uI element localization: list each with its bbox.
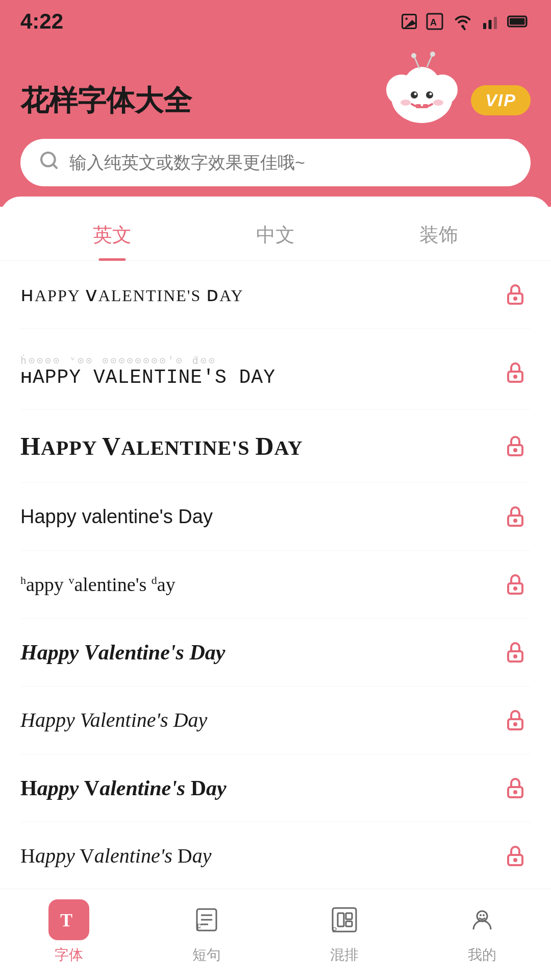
svg-text:A: A: [430, 17, 437, 28]
svg-point-36: [514, 587, 516, 590]
wifi-icon: [451, 12, 474, 31]
lock-icon-7: [500, 705, 531, 736]
svg-point-59: [480, 914, 482, 916]
image-icon: [400, 12, 418, 31]
mascot-figure: [381, 49, 463, 131]
svg-text:T: T: [60, 910, 72, 930]
font-text-3: HAPPY VALENTINE'S DAY: [20, 428, 500, 464]
svg-point-4: [461, 25, 464, 28]
nav-item-mine[interactable]: 我的: [462, 899, 503, 965]
font-item-3[interactable]: HAPPY VALENTINE'S DAY: [20, 410, 531, 483]
font-item-7[interactable]: Happy Valentine's Day: [20, 687, 531, 754]
status-bar: 4:22 A: [0, 0, 551, 39]
status-time: 4:22: [20, 9, 63, 34]
vip-badge[interactable]: VIP: [471, 85, 531, 115]
svg-point-32: [514, 449, 516, 451]
search-input[interactable]: [69, 153, 512, 173]
svg-rect-55: [346, 913, 352, 919]
font-list: ʜAPPY ᴠALENTINE'S ᴅAY ḣ⊙⊙⊙⊙ ᵛ⊙⊙ ⊙⊙⊙⊙⊙⊙⊙⊙…: [0, 261, 551, 958]
font-icon: A: [425, 12, 444, 31]
lock-icon-8: [500, 773, 531, 803]
lock-icon-3: [500, 431, 531, 461]
font-text-2: ʜAPPY VALENTINE'S DAY: [20, 364, 500, 391]
svg-rect-9: [510, 18, 525, 24]
font-text-5: happy valentine's day: [20, 571, 500, 598]
header: 花样字体大全: [0, 39, 551, 131]
signal-icon: [482, 12, 500, 31]
font-item-1[interactable]: ʜAPPY ᴠALENTINE'S ᴅAY: [20, 261, 531, 329]
nav-icon-mine: [462, 899, 503, 940]
font-text-6: Happy Valentine's Day: [20, 638, 500, 668]
svg-rect-5: [483, 23, 486, 29]
nav-label-mix: 混排: [330, 945, 359, 965]
tab-decoration[interactable]: 装饰: [419, 222, 458, 260]
search-container: [0, 131, 551, 207]
bottom-nav: T 字体 F 短句 P 混排: [0, 889, 551, 980]
svg-rect-7: [494, 17, 497, 29]
svg-rect-6: [489, 20, 492, 29]
lock-icon-2: [500, 357, 531, 388]
svg-point-34: [514, 520, 516, 522]
lock-icon-9: [500, 841, 531, 871]
svg-point-15: [426, 91, 433, 99]
font-text-1: ʜAPPY ᴠALENTINE'S ᴅAY: [20, 280, 500, 309]
svg-text:P: P: [332, 926, 337, 934]
svg-point-44: [514, 859, 516, 861]
nav-item-mix[interactable]: P 混排: [324, 899, 365, 965]
search-bar: [20, 139, 531, 186]
header-mascot: VIP: [381, 49, 531, 131]
font-item-9[interactable]: Happy Valentine's Day: [20, 822, 531, 890]
content-area: 英文 中文 装饰 ʜAPPY ᴠALENTINE'S ᴅAY ḣ⊙⊙⊙⊙ ᵛ⊙⊙…: [0, 197, 551, 980]
font-item-2[interactable]: ḣ⊙⊙⊙⊙ ᵛ⊙⊙ ⊙⊙⊙⊙⊙⊙⊙⊙′⊙ ḋ⊙⊙ ʜAPPY VALENTINE…: [20, 329, 531, 410]
tab-chinese[interactable]: 中文: [256, 222, 295, 260]
svg-point-30: [514, 376, 516, 378]
status-icons: A: [400, 12, 531, 31]
svg-point-28: [514, 298, 516, 300]
svg-point-17: [430, 93, 432, 95]
tab-bar: 英文 中文 装饰: [0, 197, 551, 261]
font-item-8[interactable]: Happy Valentine's Day: [20, 754, 531, 822]
svg-point-24: [400, 100, 411, 106]
svg-line-20: [414, 57, 419, 68]
font-text-9: Happy Valentine's Day: [20, 842, 500, 870]
svg-point-23: [430, 52, 435, 57]
app-title: 花样字体大全: [20, 82, 192, 131]
nav-item-font[interactable]: T 字体: [48, 899, 89, 965]
font-item-4[interactable]: Happy valentine's Day: [20, 483, 531, 551]
svg-line-22: [427, 55, 432, 67]
font-item-6[interactable]: Happy Valentine's Day: [20, 619, 531, 687]
svg-point-60: [483, 914, 485, 916]
svg-rect-54: [338, 913, 344, 926]
svg-rect-19: [423, 104, 428, 108]
nav-icon-sentence: F: [186, 899, 227, 940]
nav-icon-font: T: [48, 899, 89, 940]
svg-point-25: [433, 100, 443, 106]
font-item-5[interactable]: happy valentine's day: [20, 551, 531, 619]
font-text-4: Happy valentine's Day: [20, 503, 500, 530]
font-text-8: Happy Valentine's Day: [20, 773, 500, 803]
svg-point-38: [514, 655, 516, 657]
nav-label-mine: 我的: [468, 945, 496, 965]
svg-point-21: [411, 53, 416, 58]
svg-point-13: [427, 75, 458, 105]
nav-label-font: 字体: [55, 945, 83, 965]
svg-point-1: [406, 18, 408, 20]
nav-icon-mix: P: [324, 899, 365, 940]
lock-icon-1: [500, 279, 531, 310]
svg-point-16: [414, 93, 417, 95]
svg-rect-18: [416, 104, 421, 108]
lock-icon-6: [500, 637, 531, 668]
search-icon: [39, 150, 59, 175]
svg-text:F: F: [196, 922, 202, 933]
tab-english[interactable]: 英文: [93, 222, 132, 260]
lock-icon-5: [500, 569, 531, 600]
svg-point-14: [411, 91, 418, 99]
svg-point-42: [514, 791, 516, 793]
lock-icon-4: [500, 501, 531, 532]
nav-item-sentence[interactable]: F 短句: [186, 899, 227, 965]
nav-label-sentence: 短句: [192, 945, 221, 965]
font-text-7: Happy Valentine's Day: [20, 706, 500, 734]
svg-point-40: [514, 723, 516, 725]
battery-icon: [507, 12, 531, 31]
svg-rect-56: [346, 921, 352, 926]
